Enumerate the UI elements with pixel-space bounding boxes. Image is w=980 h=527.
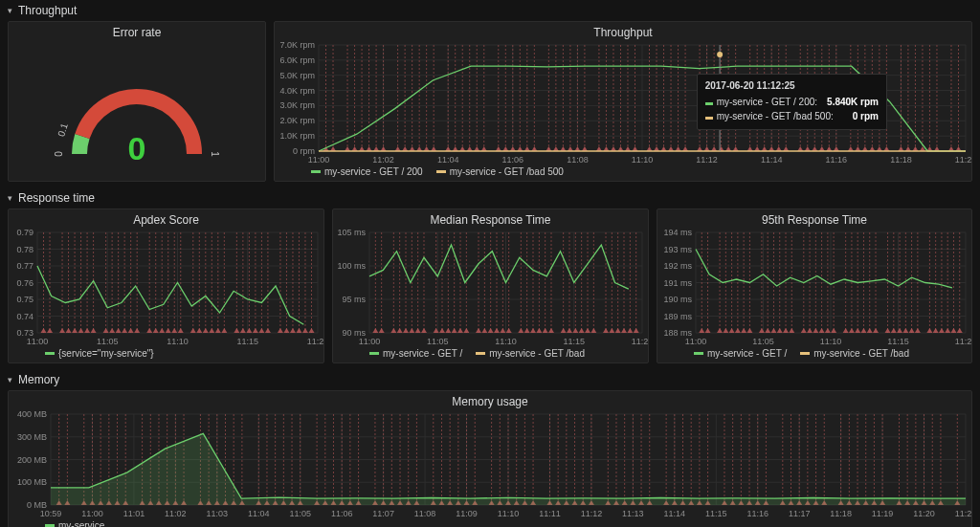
svg-text:11:18: 11:18 bbox=[830, 509, 852, 518]
svg-text:11:20: 11:20 bbox=[632, 337, 648, 346]
svg-text:11:07: 11:07 bbox=[372, 509, 394, 518]
svg-marker-456 bbox=[729, 328, 735, 333]
svg-marker-146 bbox=[560, 146, 566, 151]
panel-apdex[interactable]: Apdex Score 0.730.740.750.760.770.780.79… bbox=[8, 209, 324, 363]
svg-marker-136 bbox=[474, 146, 479, 151]
svg-marker-273 bbox=[153, 328, 159, 333]
panel-title: Memory usage bbox=[9, 391, 971, 410]
svg-text:11:13: 11:13 bbox=[622, 509, 644, 518]
svg-marker-475 bbox=[860, 328, 866, 333]
svg-marker-156 bbox=[647, 146, 653, 151]
svg-marker-294 bbox=[302, 328, 308, 333]
svg-marker-178 bbox=[826, 146, 832, 151]
svg-marker-359 bbox=[421, 328, 427, 333]
svg-marker-468 bbox=[813, 328, 818, 333]
p95-chart: 188 ms189 ms190 ms191 ms192 ms193 ms194 … bbox=[657, 229, 971, 346]
svg-marker-132 bbox=[445, 146, 451, 151]
svg-marker-292 bbox=[290, 328, 296, 333]
svg-text:11:20: 11:20 bbox=[307, 337, 323, 346]
svg-text:1: 1 bbox=[210, 151, 220, 157]
svg-text:100 ms: 100 ms bbox=[337, 261, 366, 271]
panel-error-rate[interactable]: Error rate 00.110 bbox=[8, 21, 266, 182]
svg-marker-463 bbox=[777, 328, 783, 333]
svg-marker-157 bbox=[654, 146, 659, 151]
svg-marker-131 bbox=[431, 146, 436, 151]
row-title-memory: Memory bbox=[18, 373, 59, 386]
svg-marker-470 bbox=[825, 328, 831, 333]
svg-text:0.78: 0.78 bbox=[16, 245, 33, 254]
svg-marker-271 bbox=[134, 328, 140, 333]
panel-title: Error rate bbox=[9, 22, 265, 41]
svg-marker-176 bbox=[812, 146, 817, 151]
svg-marker-127 bbox=[402, 146, 408, 151]
svg-marker-126 bbox=[395, 146, 401, 151]
svg-marker-121 bbox=[352, 146, 358, 151]
row-toggle-response[interactable]: ▾ Response time bbox=[0, 187, 980, 209]
svg-text:3.0K rpm: 3.0K rpm bbox=[279, 100, 315, 110]
panel-throughput[interactable]: Throughput 0 rpm1.0K rpm2.0K rpm3.0K rpm… bbox=[274, 21, 972, 182]
panel-p95[interactable]: 95th Response Time 188 ms189 ms190 ms191… bbox=[657, 209, 972, 363]
svg-marker-141 bbox=[517, 146, 523, 151]
svg-marker-154 bbox=[625, 146, 631, 151]
svg-text:11:06: 11:06 bbox=[502, 155, 524, 165]
svg-text:105 ms: 105 ms bbox=[337, 229, 366, 237]
svg-text:2.0K rpm: 2.0K rpm bbox=[279, 116, 315, 125]
svg-text:0.75: 0.75 bbox=[16, 295, 33, 304]
svg-marker-267 bbox=[109, 328, 115, 333]
svg-marker-167 bbox=[733, 146, 739, 151]
svg-marker-159 bbox=[668, 146, 674, 151]
svg-marker-261 bbox=[66, 328, 72, 333]
svg-marker-192 bbox=[948, 146, 954, 151]
svg-marker-287 bbox=[253, 328, 258, 333]
panel-median[interactable]: Median Response Time 90 ms95 ms100 ms105… bbox=[332, 209, 649, 363]
svg-text:11:00: 11:00 bbox=[81, 509, 103, 518]
svg-marker-370 bbox=[500, 328, 505, 333]
svg-marker-128 bbox=[410, 146, 415, 151]
svg-marker-282 bbox=[215, 328, 221, 333]
svg-marker-165 bbox=[719, 146, 724, 151]
svg-marker-265 bbox=[91, 328, 97, 333]
svg-text:11:08: 11:08 bbox=[414, 509, 436, 518]
row-toggle-memory[interactable]: ▾ Memory bbox=[0, 369, 980, 390]
svg-marker-478 bbox=[885, 328, 891, 333]
median-chart: 90 ms95 ms100 ms105 ms11:0011:0511:1011:… bbox=[333, 229, 648, 346]
panel-title: Median Response Time bbox=[333, 209, 648, 229]
svg-marker-386 bbox=[615, 328, 621, 333]
svg-marker-285 bbox=[240, 328, 246, 333]
chevron-down-icon: ▾ bbox=[8, 6, 12, 15]
svg-marker-452 bbox=[699, 328, 704, 333]
svg-marker-140 bbox=[510, 146, 516, 151]
svg-marker-177 bbox=[819, 146, 825, 151]
svg-text:11:15: 11:15 bbox=[705, 509, 727, 518]
svg-marker-263 bbox=[78, 328, 84, 333]
svg-marker-472 bbox=[843, 328, 849, 333]
svg-marker-291 bbox=[283, 328, 289, 333]
svg-marker-488 bbox=[950, 328, 956, 333]
svg-text:100 MB: 100 MB bbox=[17, 477, 47, 487]
svg-marker-279 bbox=[196, 328, 202, 333]
svg-text:0.74: 0.74 bbox=[16, 312, 33, 321]
svg-text:194 ms: 194 ms bbox=[663, 229, 692, 237]
svg-text:11:00: 11:00 bbox=[685, 337, 707, 346]
svg-marker-376 bbox=[543, 328, 548, 333]
svg-marker-371 bbox=[506, 328, 512, 333]
svg-marker-193 bbox=[955, 146, 961, 151]
panel-memory[interactable]: Memory usage 0 MB100 MB200 MB300 MB400 M… bbox=[8, 390, 972, 527]
legend: my-service - GET /my-service - GET /bad bbox=[657, 346, 971, 362]
svg-marker-258 bbox=[41, 328, 47, 333]
row-toggle-throughput[interactable]: ▾ Throughput bbox=[0, 0, 980, 21]
svg-marker-173 bbox=[783, 146, 789, 151]
svg-text:191 ms: 191 ms bbox=[663, 278, 692, 288]
svg-text:11:05: 11:05 bbox=[427, 337, 449, 346]
svg-marker-477 bbox=[873, 328, 879, 333]
svg-marker-482 bbox=[909, 328, 915, 333]
svg-marker-259 bbox=[47, 328, 53, 333]
svg-marker-184 bbox=[877, 146, 882, 151]
apdex-chart: 0.730.740.750.760.770.780.7911:0011:0511… bbox=[9, 229, 323, 346]
svg-marker-191 bbox=[934, 146, 940, 151]
svg-marker-483 bbox=[915, 328, 921, 333]
svg-marker-160 bbox=[676, 146, 681, 151]
svg-marker-278 bbox=[190, 328, 196, 333]
svg-text:11:01: 11:01 bbox=[123, 509, 145, 518]
svg-marker-375 bbox=[536, 328, 542, 333]
